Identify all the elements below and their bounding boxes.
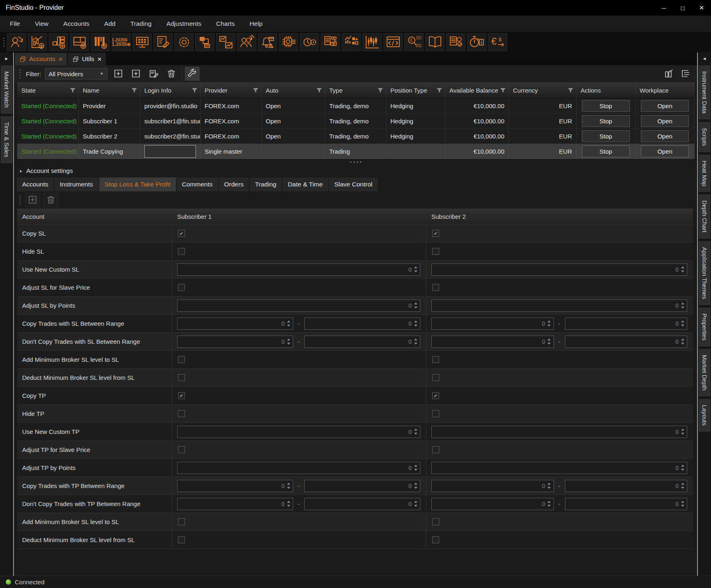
spinner-down-icon[interactable] — [287, 505, 290, 507]
chip-button[interactable] — [279, 33, 298, 51]
adjust-tp-by-points-subscriber-1-input[interactable]: 0 — [177, 462, 420, 474]
delete-button[interactable] — [164, 67, 179, 81]
spinner-arrows[interactable] — [547, 338, 554, 345]
menu-help[interactable]: Help — [244, 18, 269, 30]
account-sync-button[interactable] — [7, 33, 26, 51]
spinner-arrows[interactable] — [681, 483, 687, 489]
spinner-up-icon[interactable] — [287, 501, 290, 503]
menu-charts[interactable]: Charts — [210, 18, 241, 30]
settings-add-button[interactable] — [25, 193, 40, 207]
spinner-up-icon[interactable] — [414, 483, 417, 485]
search-binary-button[interactable]: €101010 — [404, 33, 424, 51]
close-button[interactable]: × — [692, 0, 711, 16]
spinner-up-icon[interactable] — [414, 501, 417, 503]
sidebar-tab-layouts[interactable]: Layouts — [699, 399, 710, 431]
open-workplace-button[interactable]: Open — [641, 100, 689, 112]
spinner-down-icon[interactable] — [414, 270, 417, 272]
spinner-arrows[interactable] — [681, 429, 687, 435]
spinner-down-icon[interactable] — [547, 343, 551, 345]
adjust-tp-for-slave-price-subscriber-2-checkbox[interactable] — [432, 446, 439, 453]
column-header-state[interactable]: State — [17, 83, 79, 98]
filter-funnel-icon[interactable] — [567, 88, 574, 93]
menu-accounts[interactable]: Accounts — [57, 18, 95, 30]
open-workplace-button[interactable]: Open — [641, 130, 689, 142]
expand-left-panel-icon[interactable]: ▶ — [5, 57, 8, 61]
spinner-arrows[interactable] — [547, 320, 554, 327]
spinner-down-icon[interactable] — [414, 487, 417, 489]
spinner-arrows[interactable] — [414, 483, 420, 489]
don-t-copy-trades-with-sl-between-range-subscriber-1-min-input[interactable]: 0 — [177, 336, 293, 348]
group-panel-button[interactable] — [681, 67, 690, 81]
adjust-sl-by-points-subscriber-2-input[interactable]: 0 — [431, 300, 687, 312]
adjust-sl-by-points-subscriber-1-input[interactable]: 0 — [177, 300, 420, 312]
spinner-arrows[interactable] — [414, 501, 420, 507]
spinner-down-icon[interactable] — [547, 325, 551, 327]
spinner-down-icon[interactable] — [681, 487, 684, 489]
sidebar-tab-properties[interactable]: Properties — [699, 308, 710, 346]
stop-button[interactable]: Stop — [582, 100, 630, 112]
sidebar-tab-instrument-data[interactable]: Instrument Data — [699, 66, 710, 119]
copy-trades-with-tp-between-range-subscriber-1-max-input[interactable]: 0 — [304, 480, 420, 492]
stop-button[interactable]: Stop — [582, 130, 630, 142]
copy-trades-with-tp-between-range-subscriber-2-max-input[interactable]: 0 — [565, 480, 688, 492]
filter-funnel-icon[interactable] — [500, 88, 506, 93]
maximize-button[interactable]: □ — [673, 0, 692, 16]
edit-button[interactable] — [146, 67, 161, 81]
settings-tab-date-time[interactable]: Date & Time — [283, 177, 328, 191]
account-row-subscriber-2[interactable]: Started (Connected)Subscriber 2subscribe… — [17, 129, 695, 144]
spinner-up-icon[interactable] — [681, 429, 684, 431]
sidebar-tab-market-watch[interactable]: Market Watch — [1, 66, 12, 114]
spinner-arrows[interactable] — [414, 320, 420, 327]
menu-file[interactable]: File — [4, 18, 26, 30]
spinner-up-icon[interactable] — [414, 465, 417, 467]
spinner-up-icon[interactable] — [547, 338, 551, 341]
spinner-down-icon[interactable] — [414, 505, 417, 507]
spinner-down-icon[interactable] — [681, 270, 684, 272]
tab-close-icon[interactable]: × — [59, 56, 63, 63]
filter-toolbar-grip-handle[interactable] — [17, 69, 22, 79]
clock-gear-button[interactable] — [300, 33, 319, 51]
spinner-up-icon[interactable] — [681, 501, 684, 503]
menu-adjustments[interactable]: Adjustments — [161, 18, 207, 30]
spinner-arrows[interactable] — [414, 266, 420, 272]
chart-shapes-button[interactable] — [342, 33, 361, 51]
minimize-button[interactable]: ─ — [654, 0, 673, 16]
spinner-arrows[interactable] — [414, 429, 420, 435]
spinner-arrows[interactable] — [681, 320, 687, 327]
account-row-trade-copying[interactable]: Started (Connected)Trade CopyingSingle m… — [17, 144, 695, 159]
column-header-position-type[interactable]: Position Type — [386, 83, 445, 98]
spinner-down-icon[interactable] — [287, 343, 290, 345]
copy-trades-with-sl-between-range-subscriber-2-max-input[interactable]: 0 — [565, 318, 688, 330]
note-edit-button[interactable] — [153, 33, 173, 51]
spinner-up-icon[interactable] — [681, 483, 684, 485]
tab-utils[interactable]: Utils× — [68, 53, 106, 65]
spinner-down-icon[interactable] — [681, 306, 684, 309]
docs-money-button[interactable] — [321, 33, 340, 51]
spinner-down-icon[interactable] — [681, 343, 684, 345]
spinner-arrows[interactable] — [547, 501, 554, 507]
candles-button[interactable] — [362, 33, 382, 51]
filter-funnel-icon[interactable] — [316, 88, 322, 93]
spinner-arrows[interactable] — [681, 302, 687, 309]
hide-sl-subscriber-1-checkbox[interactable] — [178, 248, 185, 255]
spinner-down-icon[interactable] — [414, 469, 417, 471]
filter-funnel-icon[interactable] — [253, 88, 259, 93]
menu-add[interactable]: Add — [98, 18, 121, 30]
copy-trades-with-sl-between-range-subscriber-1-max-input[interactable]: 0 — [304, 318, 420, 330]
sidebar-tab-application-themes[interactable]: Application Themes — [699, 241, 710, 305]
add-minimum-broker-sl-level-to-sl-subscriber-2-checkbox[interactable] — [432, 518, 439, 525]
settings-tab-trading[interactable]: Trading — [250, 177, 282, 191]
add-minimum-broker-sl-level-to-sl-subscriber-2-checkbox[interactable] — [432, 356, 439, 363]
don-t-copy-trades-with-tp-between-range-subscriber-2-min-input[interactable]: 0 — [431, 498, 554, 510]
toolbar-grip-handle[interactable] — [1, 37, 6, 48]
tab-accounts[interactable]: Accounts× — [15, 53, 67, 65]
filter-funnel-icon[interactable] — [436, 88, 442, 93]
adjust-sl-for-slave-price-subscriber-1-checkbox[interactable] — [178, 284, 185, 291]
column-header-currency[interactable]: Currency — [509, 83, 577, 98]
spinner-up-icon[interactable] — [681, 338, 684, 341]
spinner-down-icon[interactable] — [414, 343, 417, 345]
open-workplace-button[interactable]: Open — [641, 145, 689, 157]
use-new-custom-tp-subscriber-1-input[interactable]: 0 — [177, 426, 420, 438]
columns-add-button[interactable] — [91, 33, 110, 51]
spinner-down-icon[interactable] — [287, 325, 290, 327]
